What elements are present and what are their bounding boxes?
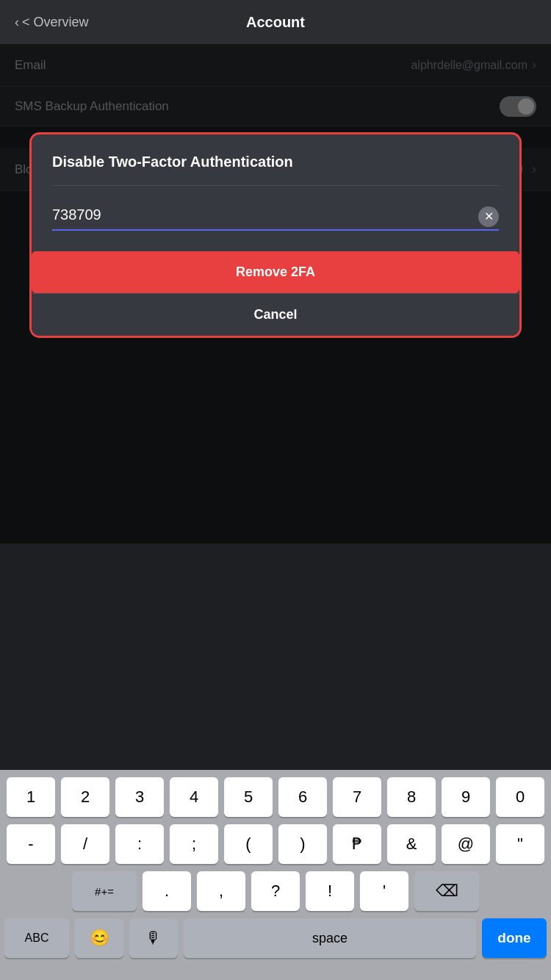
key-9[interactable]: 9 — [442, 777, 490, 817]
back-button[interactable]: ‹ < Overview — [15, 15, 89, 30]
key-space[interactable]: space — [184, 918, 476, 958]
auth-code-input[interactable] — [52, 202, 499, 231]
key-6[interactable]: 6 — [278, 777, 327, 817]
modal-buttons: Remove 2FA Cancel — [32, 251, 519, 336]
keyboard-row-symbols: - / : ; ( ) ₱ & @ " — [4, 824, 547, 864]
delete-key[interactable]: ⌫ — [414, 871, 479, 911]
modal-title: Disable Two-Factor Authentication — [52, 154, 499, 170]
key-colon[interactable]: : — [115, 824, 164, 864]
key-7[interactable]: 7 — [333, 777, 381, 817]
modal-inner: Disable Two-Factor Authentication ✕ — [32, 134, 519, 231]
key-apostrophe[interactable]: ' — [360, 871, 408, 911]
key-8[interactable]: 8 — [387, 777, 436, 817]
key-comma[interactable]: , — [197, 871, 245, 911]
back-label[interactable]: < Overview — [22, 15, 89, 30]
modal-container: Disable Two-Factor Authentication ✕ Remo… — [29, 132, 522, 338]
key-semicolon[interactable]: ; — [170, 824, 218, 864]
cancel-button[interactable]: Cancel — [32, 293, 519, 336]
key-0[interactable]: 0 — [496, 777, 544, 817]
key-2[interactable]: 2 — [61, 777, 109, 817]
page-title: Account — [246, 14, 305, 31]
key-close-paren[interactable]: ) — [278, 824, 327, 864]
key-emoji[interactable]: 😊 — [75, 918, 123, 958]
key-period[interactable]: . — [143, 871, 191, 911]
key-1[interactable]: 1 — [7, 777, 55, 817]
keyboard-row-bottom: ABC 😊 🎙 space done — [4, 918, 547, 958]
key-mic[interactable]: 🎙 — [129, 918, 178, 958]
modal-divider — [52, 185, 499, 186]
key-4[interactable]: 4 — [170, 777, 218, 817]
header: ‹ < Overview Account — [0, 0, 551, 44]
chevron-left-icon: ‹ — [15, 15, 19, 30]
keyboard-row-numbers: 1 2 3 4 5 6 7 8 9 0 — [4, 777, 547, 817]
keyboard-row-special: #+= . , ? ! ' ⌫ — [4, 871, 547, 911]
key-abc[interactable]: ABC — [4, 918, 69, 958]
key-5[interactable]: 5 — [224, 777, 273, 817]
settings-area: Email alphrdelle@gmail.com › Disable Two… — [0, 44, 551, 126]
key-quote[interactable]: " — [496, 824, 544, 864]
key-minus[interactable]: - — [7, 824, 55, 864]
clear-icon: ✕ — [484, 209, 494, 223]
clear-input-button[interactable]: ✕ — [478, 206, 499, 227]
key-question[interactable]: ? — [251, 871, 300, 911]
modal-input-container: ✕ — [52, 202, 499, 231]
key-ampersand[interactable]: & — [387, 824, 436, 864]
key-done[interactable]: done — [482, 918, 547, 958]
key-at[interactable]: @ — [442, 824, 490, 864]
key-slash[interactable]: / — [61, 824, 109, 864]
keyboard: 1 2 3 4 5 6 7 8 9 0 - / : ; ( ) ₱ & @ " … — [0, 770, 551, 980]
key-3[interactable]: 3 — [115, 777, 164, 817]
delete-icon: ⌫ — [436, 882, 458, 901]
emoji-icon: 😊 — [90, 929, 109, 948]
modal-overlay: Disable Two-Factor Authentication ✕ Remo… — [0, 44, 551, 544]
remove-2fa-button[interactable]: Remove 2FA — [32, 251, 519, 293]
key-peso[interactable]: ₱ — [333, 824, 381, 864]
mic-icon: 🎙 — [145, 929, 162, 948]
key-exclamation[interactable]: ! — [306, 871, 354, 911]
key-open-paren[interactable]: ( — [224, 824, 273, 864]
key-hashplus[interactable]: #+= — [72, 871, 137, 911]
